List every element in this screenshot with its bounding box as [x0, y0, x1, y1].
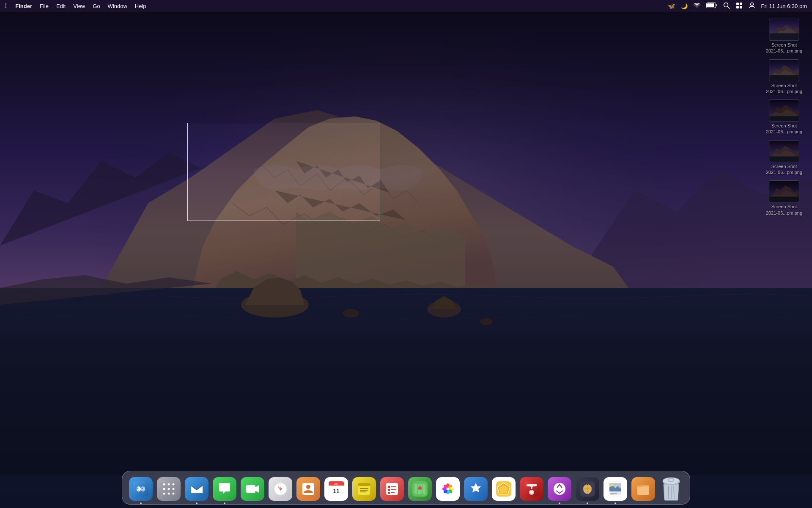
svg-rect-42 [246, 485, 255, 493]
tes-menubar-icon[interactable]: 🦋 [668, 3, 675, 9]
dock-sketch[interactable] [491, 476, 516, 502]
dock-finder[interactable] [128, 476, 154, 502]
dock-files[interactable] [631, 476, 656, 502]
svg-point-32 [142, 488, 143, 489]
svg-point-36 [163, 488, 165, 490]
dock-contacts[interactable] [296, 476, 321, 502]
svg-point-82 [530, 491, 533, 494]
control-center-menubar-icon[interactable] [736, 2, 743, 10]
finder-menu-item[interactable]: Finder [15, 3, 32, 9]
svg-point-34 [168, 483, 170, 486]
dock-trash[interactable] [658, 476, 684, 502]
svg-rect-21 [769, 75, 798, 80]
dock: 11 JUN [122, 471, 690, 505]
apple-menu-icon[interactable]:  [5, 2, 8, 10]
battery-menubar-icon[interactable] [706, 3, 717, 9]
search-menubar-icon[interactable] [723, 2, 730, 10]
svg-point-30 [141, 486, 145, 491]
svg-rect-10 [707, 3, 714, 7]
dock-appstore[interactable] [463, 476, 488, 502]
svg-point-35 [173, 483, 175, 486]
svg-point-86 [611, 484, 613, 486]
svg-rect-55 [358, 483, 370, 486]
svg-point-62 [388, 489, 390, 491]
desktop-icon-label-1: Screen Shot2021-06...pm.png [766, 42, 802, 54]
dock-notes[interactable] [351, 476, 377, 502]
menubar-left:  Finder File Edit View Go Window Help [5, 2, 146, 10]
screenshot-thumbnail-1 [769, 19, 799, 41]
dock-notchmeister[interactable] [519, 476, 544, 502]
desktop-icons: Screen Shot2021-06...pm.png [763, 17, 805, 219]
svg-rect-19 [769, 33, 798, 40]
dock-photos[interactable] [435, 476, 461, 502]
svg-point-38 [173, 488, 175, 490]
desktop-icon-3[interactable]: Screen Shot2021-06...pm.png [763, 98, 805, 137]
screenshot-thumbnail-5 [769, 180, 799, 202]
svg-rect-25 [769, 156, 798, 162]
dock-tes-dot [559, 502, 560, 504]
svg-rect-9 [716, 4, 717, 6]
desktop-icon-label-4: Screen Shot2021-06...pm.png [766, 163, 802, 176]
help-menu-item[interactable]: Help [135, 3, 146, 9]
window-menu-item[interactable]: Window [108, 3, 127, 9]
svg-rect-88 [610, 493, 617, 494]
dock-preview[interactable] [603, 476, 628, 502]
dock-mail-dot [196, 502, 198, 504]
dock-mail[interactable] [184, 476, 209, 502]
menubar:  Finder File Edit View Go Window Help 🦋… [0, 0, 812, 12]
dock-facetime[interactable] [240, 476, 265, 502]
svg-line-12 [727, 6, 730, 8]
dock-launchpad[interactable] [156, 476, 181, 502]
dock-tes2[interactable] [575, 476, 600, 502]
svg-rect-91 [637, 486, 649, 495]
go-menu-item[interactable]: Go [93, 3, 100, 9]
svg-point-31 [137, 488, 139, 489]
svg-point-48 [306, 485, 310, 489]
desktop-icon-5[interactable]: Screen Shot2021-06...pm.png [763, 179, 805, 218]
desktop-icon-1[interactable]: Screen Shot2021-06...pm.png [763, 17, 805, 56]
desktop-icon-label-3: Screen Shot2021-06...pm.png [766, 123, 802, 135]
view-menu-item[interactable]: View [73, 3, 85, 9]
svg-point-29 [137, 486, 141, 491]
svg-point-40 [168, 493, 170, 495]
desktop:  Finder File Edit View Go Window Help 🦋… [0, 0, 812, 508]
clock-menubar[interactable]: Fri 11 Jun 6:30 pm [761, 3, 807, 9]
dock-finder-dot [140, 502, 142, 504]
dock-preview-dot [614, 502, 616, 504]
edit-menu-item[interactable]: Edit [56, 3, 66, 9]
svg-rect-14 [740, 3, 742, 5]
dock-messages[interactable] [212, 476, 237, 502]
user-menubar-icon[interactable] [749, 2, 755, 10]
svg-point-60 [388, 486, 390, 488]
svg-point-64 [388, 492, 390, 494]
svg-point-37 [168, 488, 170, 490]
svg-point-17 [750, 3, 753, 6]
menubar-right: 🦋 🌙 [668, 2, 807, 10]
dock-calendar[interactable]: 11 JUN [324, 476, 349, 502]
dock-messages-dot [224, 502, 225, 504]
screentime-menubar-icon[interactable]: 🌙 [681, 3, 688, 9]
svg-point-67 [418, 486, 422, 490]
svg-rect-27 [769, 197, 798, 202]
screenshot-selection-rect[interactable] [187, 123, 380, 221]
dock-safari[interactable] [268, 476, 293, 502]
dock-maps[interactable] [407, 476, 433, 502]
svg-rect-16 [740, 6, 742, 8]
svg-point-33 [163, 483, 165, 486]
desktop-icon-4[interactable]: Screen Shot2021-06...pm.png [763, 138, 805, 177]
screenshot-thumbnail-4 [769, 140, 799, 162]
dock-tes[interactable] [547, 476, 572, 502]
svg-text:JUN: JUN [334, 483, 338, 485]
svg-line-99 [674, 486, 674, 499]
desktop-icon-2[interactable]: Screen Shot2021-06...pm.png [763, 58, 805, 97]
svg-point-41 [173, 493, 175, 495]
file-menu-item[interactable]: File [40, 3, 49, 9]
screenshot-thumbnail-3 [769, 99, 799, 121]
svg-text:11: 11 [333, 488, 340, 494]
svg-point-39 [163, 493, 165, 495]
wifi-menubar-icon[interactable] [694, 3, 700, 9]
dock-tes2-dot [587, 502, 588, 504]
svg-rect-92 [637, 485, 642, 487]
svg-rect-89 [610, 494, 614, 494]
dock-reminders[interactable] [379, 476, 405, 502]
